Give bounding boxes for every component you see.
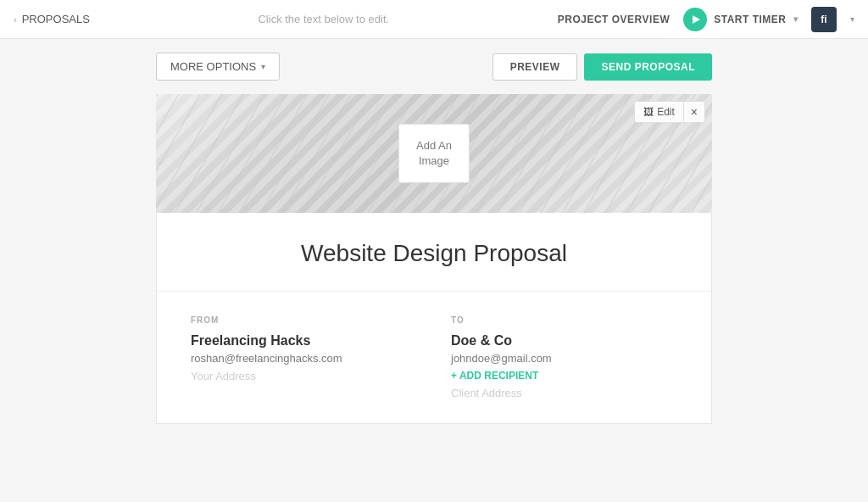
back-to-proposals[interactable]: ‹ PROPOSALS	[14, 13, 90, 25]
edit-image-button[interactable]: 🖼 Edit	[634, 101, 683, 123]
play-icon	[683, 8, 707, 31]
client-address[interactable]: Client Address	[451, 387, 677, 399]
from-company[interactable]: Freelancing Hacks	[191, 333, 417, 349]
more-options-caret-icon: ▾	[261, 62, 265, 71]
image-icon: 🖼	[643, 106, 654, 118]
proposals-link[interactable]: PROPOSALS	[22, 13, 90, 25]
from-email[interactable]: roshan@freelancinghacks.com	[191, 352, 417, 365]
hero-image-container: 🖼 Edit × Add An Image	[156, 94, 712, 213]
to-label: TO	[451, 315, 677, 325]
timer-dropdown-arrow[interactable]: ▾	[793, 14, 798, 24]
from-section: FROM Freelancing Hacks roshan@freelancin…	[191, 315, 417, 399]
top-navigation: ‹ PROPOSALS Click the text below to edit…	[0, 0, 868, 39]
to-email[interactable]: johndoe@gmail.com	[451, 352, 677, 365]
avatar-dropdown-arrow[interactable]: ▾	[850, 14, 854, 24]
start-timer-button[interactable]: START TIMER ▾	[683, 8, 798, 31]
back-chevron-icon: ‹	[14, 14, 17, 25]
add-recipient-button[interactable]: + ADD RECIPIENT	[451, 370, 538, 382]
proposal-title-section: Website Design Proposal	[157, 213, 711, 292]
proposal-toolbar: MORE OPTIONS ▾ PREVIEW SEND PROPOSAL	[0, 39, 868, 94]
close-image-button[interactable]: ×	[683, 101, 705, 123]
from-label: FROM	[191, 315, 417, 325]
image-controls: 🖼 Edit ×	[634, 101, 705, 123]
proposal-title[interactable]: Website Design Proposal	[191, 240, 677, 267]
project-overview-button[interactable]: PROJECT OVERVIEW	[558, 14, 670, 25]
to-company[interactable]: Doe & Co	[451, 333, 677, 349]
toolbar-left-actions: MORE OPTIONS ▾	[156, 53, 280, 81]
avatar-button[interactable]: fi	[811, 7, 837, 32]
proposal-card: Website Design Proposal FROM Freelancing…	[156, 213, 712, 424]
send-proposal-button[interactable]: SEND PROPOSAL	[584, 53, 712, 81]
add-image-overlay[interactable]: Add An Image	[398, 124, 470, 183]
toolbar-right-actions: PREVIEW SEND PROPOSAL	[492, 53, 712, 81]
more-options-button[interactable]: MORE OPTIONS ▾	[156, 53, 280, 81]
from-address[interactable]: Your Address	[191, 370, 417, 382]
edit-hint: Click the text below to edit.	[258, 13, 389, 25]
preview-button[interactable]: PREVIEW	[492, 53, 578, 81]
to-section: TO Doe & Co johndoe@gmail.com + ADD RECI…	[451, 315, 677, 399]
from-to-section: FROM Freelancing Hacks roshan@freelancin…	[157, 292, 711, 423]
nav-right-actions: PROJECT OVERVIEW START TIMER ▾ fi ▾	[558, 7, 854, 32]
content-area: 🖼 Edit × Add An Image Website Design Pro…	[0, 94, 868, 458]
